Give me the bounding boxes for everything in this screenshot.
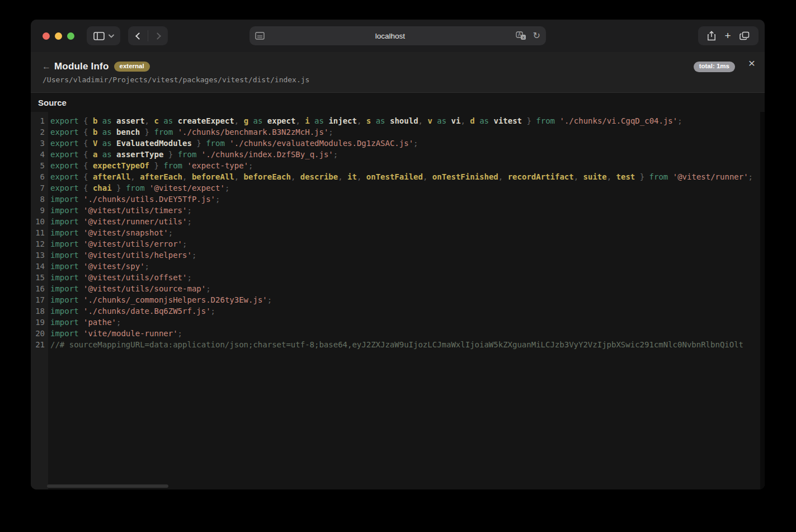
code-token: c (154, 116, 158, 125)
svg-text:x: x (522, 35, 524, 40)
code-token: from (163, 161, 187, 170)
code-line: 21//# sourceMappingURL=data:application/… (31, 339, 765, 350)
code-token: it (347, 172, 357, 181)
code-token: import (50, 228, 83, 237)
code-token: inject (328, 116, 357, 125)
code-text: import '@vitest/utils/error'; (48, 238, 187, 249)
line-number: 20 (31, 328, 48, 339)
share-icon (707, 31, 716, 41)
vertical-scrollbar[interactable] (760, 112, 765, 489)
code-token: suite (583, 172, 607, 181)
line-number: 19 (31, 317, 48, 328)
code-token: ; (187, 206, 191, 215)
code-token: import (50, 318, 83, 327)
code-line: 10import '@vitest/runner/utils'; (31, 216, 765, 227)
translate-icon[interactable]: A x (516, 31, 526, 40)
code-token: ; (178, 329, 182, 338)
code-text: import '@vitest/utils/source-map'; (48, 283, 211, 294)
code-token: '@vitest/utils/timers' (83, 206, 187, 215)
code-token: '@vitest/expect' (149, 183, 225, 192)
line-number: 9 (31, 205, 48, 216)
code-token: ; (187, 273, 191, 282)
code-token: import (50, 329, 83, 338)
code-token: i (305, 116, 309, 125)
code-token: as (310, 116, 329, 125)
code-text: //# sourceMappingURL=data:application/js… (48, 339, 743, 350)
code-token: './chunks/utils.DvEY5TfP.js' (83, 195, 215, 204)
code-text: export { b as bench } from './chunks/ben… (48, 126, 333, 138)
code-token: ; (248, 161, 253, 170)
code-token: '@vitest/utils/helpers' (83, 251, 192, 260)
code-token: { (79, 150, 93, 159)
code-line: 14import '@vitest/spy'; (31, 261, 765, 272)
code-token: './chunks/vi.CgqD_c04.js' (559, 116, 677, 125)
code-token: 'pathe' (83, 318, 116, 327)
code-text: import '@vitest/utils/timers'; (48, 205, 192, 216)
code-token: as (248, 116, 267, 125)
code-token: ; (225, 183, 229, 192)
share-button[interactable] (707, 31, 716, 41)
back-button[interactable] (128, 26, 148, 45)
code-token: g (244, 116, 248, 125)
source-code-viewer[interactable]: 1export { b as assert, c as createExpect… (31, 112, 765, 489)
tab-overview-button[interactable] (740, 31, 750, 40)
code-token: { (79, 161, 93, 170)
reader-icon[interactable] (255, 32, 265, 40)
code-token: ; (677, 116, 682, 125)
code-text: import '@vitest/utils/helpers'; (48, 249, 196, 261)
code-token: EvaluatedModules (116, 139, 192, 148)
code-token: vi (451, 116, 461, 125)
line-number: 18 (31, 305, 48, 317)
code-token: './chunks/evaluatedModules.Dg1zASAC.js' (229, 139, 413, 148)
line-number: 15 (31, 272, 48, 283)
forward-button[interactable] (148, 26, 168, 45)
code-token: } (140, 128, 154, 136)
code-token: '@vitest/spy' (83, 262, 145, 271)
code-token: ; (187, 217, 191, 226)
code-token: ; (267, 295, 272, 304)
code-line: 2export { b as bench } from './chunks/be… (31, 126, 765, 138)
line-number: 1 (31, 115, 48, 126)
code-token: afterAll (93, 172, 130, 181)
code-token: v (427, 116, 432, 125)
new-tab-button[interactable]: + (724, 30, 731, 41)
sidebar-toggle-button[interactable] (87, 26, 120, 45)
code-token: export (50, 150, 79, 159)
code-line: 18import './chunks/date.Bq6ZW5rf.js'; (31, 305, 765, 317)
horizontal-scrollbar-thumb[interactable] (47, 484, 168, 488)
code-token: } (192, 139, 206, 148)
zoom-window-button[interactable] (67, 32, 74, 40)
code-token: 'expect-type' (187, 161, 248, 170)
code-token: import (50, 273, 83, 282)
back-chevron-icon (135, 32, 143, 40)
code-token: import (50, 206, 83, 215)
code-text: import 'vite/module-runner'; (48, 328, 182, 339)
module-back-button[interactable]: ← (42, 62, 54, 72)
code-token: assert (116, 116, 145, 125)
module-path: /Users/vladimir/Projects/vitest/packages… (43, 76, 753, 84)
code-line: 20import 'vite/module-runner'; (31, 328, 765, 339)
code-line: 16import '@vitest/utils/source-map'; (31, 283, 765, 294)
address-bar[interactable]: localhost A x ↻ (249, 26, 546, 45)
line-number: 14 (31, 261, 48, 272)
toolbar-right-group: + (698, 26, 759, 45)
code-text: import './chunks/date.Bq6ZW5rf.js'; (48, 305, 215, 317)
code-token: as (371, 116, 390, 125)
code-token: ; (413, 139, 418, 148)
code-token: test (616, 172, 635, 181)
code-text: import './chunks/_commonjsHelpers.D26ty3… (48, 294, 272, 305)
minimize-window-button[interactable] (55, 32, 62, 40)
code-token: , (234, 172, 244, 181)
close-window-button[interactable] (43, 32, 50, 40)
code-token: { (79, 116, 93, 125)
close-icon[interactable]: × (748, 57, 755, 69)
line-number: 12 (31, 238, 48, 249)
code-token: , (338, 172, 347, 181)
code-token: import (50, 195, 83, 204)
code-line: 4export { a as assertType } from './chun… (31, 149, 765, 160)
code-token: ; (328, 128, 333, 136)
code-token: as (97, 150, 116, 159)
code-token: '@vitest/utils/source-map' (83, 284, 206, 293)
reload-icon[interactable]: ↻ (533, 31, 540, 40)
code-line: 15import '@vitest/utils/offset'; (31, 272, 765, 283)
